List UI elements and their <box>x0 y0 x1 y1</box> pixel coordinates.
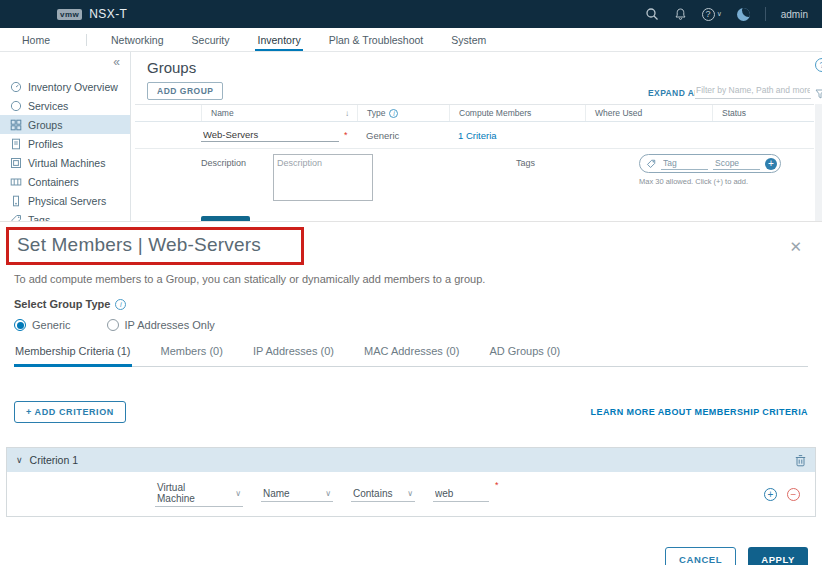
sidebar-item-label: Inventory Overview <box>28 81 118 93</box>
add-group-button[interactable]: ADD GROUP <box>147 82 223 100</box>
tab-mac-addresses[interactable]: MAC Addresses (0) <box>363 343 460 366</box>
document-icon <box>10 138 22 150</box>
operator-value: Contains <box>353 488 392 499</box>
tag-input[interactable] <box>661 158 708 170</box>
header-type[interactable]: Type i <box>357 105 449 121</box>
sidebar: « Inventory Overview Services Groups Pro… <box>0 52 131 221</box>
vmware-logo: vmw <box>57 9 82 20</box>
sidebar-item-inventory-overview[interactable]: Inventory Overview <box>0 77 130 96</box>
add-criterion-button[interactable]: + ADD CRITERION <box>14 401 126 423</box>
radio-generic[interactable]: Generic <box>14 319 71 331</box>
group-type-info-icon[interactable]: i <box>115 299 126 310</box>
select-group-type-label: Select Group Type <box>14 298 110 310</box>
notifications-bell-icon[interactable] <box>674 7 687 21</box>
group-edit-row: * Generic 1 Criteria <box>135 122 814 149</box>
groups-table: Name ↓ Type i Compute Members Where Used… <box>135 104 814 234</box>
groups-page: Groups ? ADD GROUP EXPAND ALL Name ↓ Typ… <box>131 52 822 221</box>
page-title: Groups <box>147 59 196 76</box>
set-members-dialog: ✕ Set Members | Web-Servers To add compu… <box>0 222 822 565</box>
sidebar-item-profiles[interactable]: Profiles <box>0 134 130 153</box>
filter-funnel-icon[interactable] <box>815 85 822 103</box>
radio-ip-label: IP Addresses Only <box>125 319 215 331</box>
container-icon <box>10 176 22 188</box>
sort-down-icon[interactable]: ↓ <box>345 109 349 118</box>
group-name-input[interactable] <box>201 128 339 142</box>
criterion-value-input[interactable] <box>433 487 489 502</box>
learn-more-link[interactable]: LEARN MORE ABOUT MEMBERSHIP CRITERIA <box>591 407 808 417</box>
header-where-used-label: Where Used <box>595 108 642 118</box>
header-where-used[interactable]: Where Used <box>585 105 712 121</box>
search-icon[interactable] <box>645 7 659 21</box>
sidebar-item-physical-servers[interactable]: Physical Servers <box>0 191 130 210</box>
description-label: Description <box>201 158 246 168</box>
header-type-label: Type <box>367 108 385 118</box>
user-menu[interactable]: admin <box>781 9 808 20</box>
nav-networking[interactable]: Networking <box>109 29 166 50</box>
group-type-row: Select Group Type i <box>14 298 808 310</box>
nav-plan-troubleshoot[interactable]: Plan & Troubleshoot <box>327 29 426 50</box>
header-status[interactable]: Status <box>712 105 814 121</box>
filter-input[interactable] <box>695 82 811 99</box>
nav-inventory[interactable]: Inventory <box>255 29 302 50</box>
dialog-apply-button[interactable]: APPLY <box>748 547 808 565</box>
nav-security[interactable]: Security <box>190 29 232 50</box>
circle-icon <box>10 100 22 112</box>
type-info-icon[interactable]: i <box>389 109 398 118</box>
sidebar-item-label: Profiles <box>28 138 63 150</box>
radio-ip-addresses-only[interactable]: IP Addresses Only <box>107 319 215 331</box>
top-bar: vmw NSX-T ? ∨ admin <box>0 0 822 28</box>
remove-condition-icon[interactable]: − <box>787 488 800 501</box>
description-textarea[interactable] <box>273 154 373 201</box>
sidebar-item-label: Groups <box>28 119 62 131</box>
tab-membership-criteria[interactable]: Membership Criteria (1) <box>14 343 132 367</box>
page-help-icon[interactable]: ? <box>815 58 822 72</box>
help-menu[interactable]: ? ∨ <box>702 8 722 21</box>
sidebar-item-containers[interactable]: Containers <box>0 172 130 191</box>
tag-entry-widget: + <box>639 154 781 173</box>
sidebar-item-label: Virtual Machines <box>28 157 105 169</box>
add-condition-icon[interactable]: + <box>764 488 777 501</box>
property-dropdown[interactable]: Name ∨ <box>261 487 333 502</box>
annotation-red-box: Set Members | Web-Servers <box>6 227 304 265</box>
header-name[interactable]: Name ↓ <box>201 105 357 121</box>
group-type-value: Generic <box>357 130 449 141</box>
sidebar-item-label: Services <box>28 100 68 112</box>
sidebar-collapse-icon[interactable]: « <box>113 55 120 69</box>
operator-dropdown[interactable]: Contains ∨ <box>351 487 415 502</box>
nav-home[interactable]: Home <box>20 29 52 50</box>
close-icon[interactable]: ✕ <box>789 238 802 256</box>
header-expander-column <box>135 105 201 121</box>
tab-ad-groups[interactable]: AD Groups (0) <box>488 343 561 366</box>
criterion-panel: ∨ Criterion 1 Virtual Machine ∨ Name ∨ C… <box>6 447 816 517</box>
server-icon <box>10 195 22 207</box>
tab-members[interactable]: Members (0) <box>160 343 224 366</box>
tab-ip-addresses[interactable]: IP Addresses (0) <box>252 343 335 366</box>
member-type-dropdown[interactable]: Virtual Machine ∨ <box>155 481 243 507</box>
tags-label: Tags <box>516 158 535 168</box>
dialog-cancel-button[interactable]: CANCEL <box>665 547 736 565</box>
vm-icon <box>10 157 22 169</box>
gauge-icon <box>10 81 22 93</box>
dark-mode-moon-icon[interactable] <box>737 8 750 21</box>
compute-members-link[interactable]: 1 Criteria <box>449 130 497 141</box>
topbar-divider <box>765 7 766 21</box>
nav-system[interactable]: System <box>449 29 488 50</box>
scope-input[interactable] <box>713 158 760 170</box>
chevron-down-icon: ∨ <box>397 489 413 498</box>
header-compute-members[interactable]: Compute Members <box>449 105 585 121</box>
group-type-radios: Generic IP Addresses Only <box>14 319 808 331</box>
dialog-title: Set Members | Web-Servers <box>17 234 261 255</box>
chevron-down-icon: ∨ <box>16 455 23 465</box>
radio-selected-icon <box>14 319 26 331</box>
header-name-label: Name <box>211 108 234 118</box>
group-detail-row: Description Tags + Max 30 allowed. Click… <box>135 149 814 211</box>
delete-criterion-trash-icon[interactable] <box>795 454 806 467</box>
criterion-header[interactable]: ∨ Criterion 1 <box>7 448 815 472</box>
sidebar-item-virtual-machines[interactable]: Virtual Machines <box>0 153 130 172</box>
header-compute-members-label: Compute Members <box>459 108 531 118</box>
table-scrollbar[interactable] <box>815 104 822 222</box>
product-title: NSX-T <box>89 7 127 21</box>
sidebar-item-services[interactable]: Services <box>0 96 130 115</box>
sidebar-item-groups[interactable]: Groups <box>0 115 130 134</box>
add-tag-button[interactable]: + <box>765 158 777 170</box>
